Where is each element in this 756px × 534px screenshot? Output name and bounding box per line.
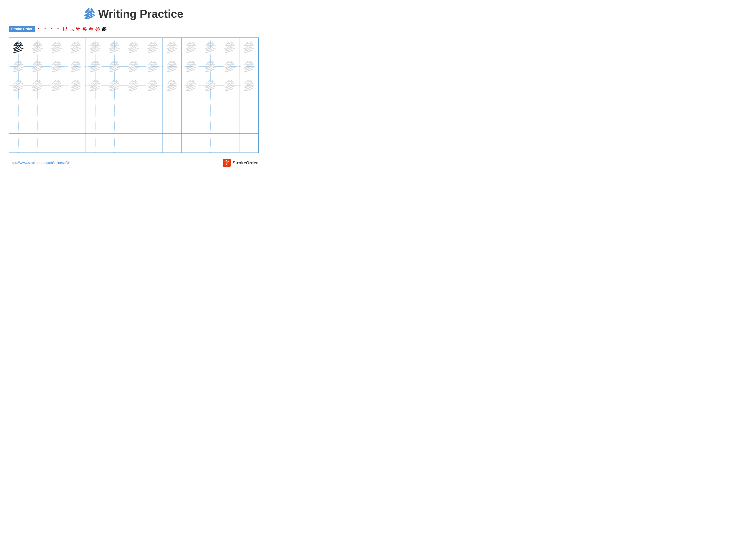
table-cell[interactable]: 參 [143,57,162,76]
table-cell[interactable] [162,134,182,153]
table-cell[interactable] [182,114,201,134]
table-cell[interactable]: 參 [220,57,239,76]
table-cell[interactable]: 參 [182,38,201,57]
stroke-step-11: 參 [102,26,106,32]
table-cell[interactable]: 參 [28,57,47,76]
table-cell[interactable] [239,95,258,114]
table-cell[interactable]: 參 [239,57,258,76]
stroke-step-2: ㇀ [43,26,48,32]
table-cell[interactable]: 參 [67,76,86,95]
table-cell[interactable]: 參 [105,38,124,57]
table-cell[interactable]: 參 [162,38,182,57]
table-cell[interactable] [67,114,86,134]
table-cell[interactable]: 參 [124,38,143,57]
table-cell[interactable]: 參 [86,76,105,95]
table-cell[interactable]: 參 [28,38,47,57]
brand-icon: 字 [223,159,231,167]
practice-grid: 參參參參參參參參參參參參參參參參參參參參參參參參參參參參參參參參參參參參參參參 [9,38,258,153]
table-cell[interactable] [220,134,239,153]
stroke-step-6: 㔾 [69,26,74,32]
table-cell[interactable]: 參 [201,76,220,95]
table-cell[interactable] [86,134,105,153]
stroke-order-row: Stroke Order ㇀ ㇀ ㇀ ㇀ 㔾 㔾 㸦 奂 叁 参 參 [9,26,258,32]
table-cell[interactable] [124,114,143,134]
table-cell[interactable] [182,134,201,153]
table-cell[interactable]: 參 [86,57,105,76]
title-character: 參 [84,8,95,20]
table-cell[interactable] [143,95,162,114]
table-cell[interactable] [162,95,182,114]
stroke-steps: ㇀ ㇀ ㇀ ㇀ 㔾 㔾 㸦 奂 叁 参 參 [37,26,106,32]
table-cell[interactable]: 參 [105,76,124,95]
table-cell[interactable] [47,114,67,134]
title-text: Writing Practice [98,8,183,20]
stroke-step-5: 㔾 [63,26,68,32]
table-cell[interactable]: 參 [143,76,162,95]
table-cell[interactable] [9,95,28,114]
table-cell[interactable] [47,134,67,153]
footer: https://www.strokeorder.com/chinese/參 字 … [9,159,258,167]
table-cell[interactable] [9,134,28,153]
table-cell[interactable] [124,134,143,153]
table-cell[interactable]: 參 [105,57,124,76]
table-cell[interactable]: 參 [67,57,86,76]
table-cell[interactable]: 參 [9,57,28,76]
table-cell[interactable]: 參 [9,38,28,57]
stroke-order-badge: Stroke Order [9,26,35,32]
table-cell[interactable]: 參 [239,38,258,57]
table-cell[interactable] [124,95,143,114]
table-cell[interactable] [105,134,124,153]
table-cell[interactable]: 參 [124,76,143,95]
table-cell[interactable]: 參 [47,76,67,95]
table-cell[interactable] [9,114,28,134]
table-cell[interactable]: 參 [47,38,67,57]
footer-url[interactable]: https://www.strokeorder.com/chinese/參 [10,161,70,165]
table-cell[interactable]: 參 [28,76,47,95]
table-cell[interactable] [220,114,239,134]
table-cell[interactable] [220,95,239,114]
table-cell[interactable]: 參 [201,57,220,76]
table-cell[interactable] [182,95,201,114]
table-cell[interactable]: 參 [182,57,201,76]
table-cell[interactable] [86,114,105,134]
table-cell[interactable]: 參 [143,38,162,57]
page-title: 參 Writing Practice [9,7,258,21]
table-cell[interactable] [201,95,220,114]
stroke-step-10: 参 [95,26,100,32]
stroke-step-7: 㸦 [76,26,81,32]
table-cell[interactable]: 參 [201,38,220,57]
table-cell[interactable]: 參 [220,38,239,57]
table-cell[interactable]: 參 [47,57,67,76]
table-cell[interactable] [239,134,258,153]
table-cell[interactable]: 參 [182,76,201,95]
table-cell[interactable] [28,95,47,114]
table-cell[interactable] [105,95,124,114]
table-cell[interactable]: 參 [124,57,143,76]
table-cell[interactable]: 參 [9,76,28,95]
stroke-step-1: ㇀ [37,26,42,32]
table-cell[interactable] [201,114,220,134]
table-cell[interactable]: 參 [239,76,258,95]
table-cell[interactable]: 參 [220,76,239,95]
table-cell[interactable] [201,134,220,153]
table-cell[interactable] [67,95,86,114]
table-cell[interactable] [47,95,67,114]
table-cell[interactable] [28,134,47,153]
table-cell[interactable] [86,95,105,114]
table-cell[interactable]: 參 [86,38,105,57]
table-cell[interactable] [143,134,162,153]
table-cell[interactable] [105,114,124,134]
table-cell[interactable]: 參 [162,76,182,95]
stroke-step-8: 奂 [82,26,87,32]
brand-name: StrokeOrder [232,161,258,165]
stroke-step-3: ㇀ [50,26,55,32]
table-cell[interactable] [239,114,258,134]
table-cell[interactable] [162,114,182,134]
stroke-step-4: ㇀ [56,26,61,32]
table-cell[interactable]: 參 [67,38,86,57]
table-cell[interactable]: 參 [162,57,182,76]
stroke-step-9: 叁 [89,26,94,32]
table-cell[interactable] [28,114,47,134]
table-cell[interactable] [67,134,86,153]
table-cell[interactable] [143,114,162,134]
